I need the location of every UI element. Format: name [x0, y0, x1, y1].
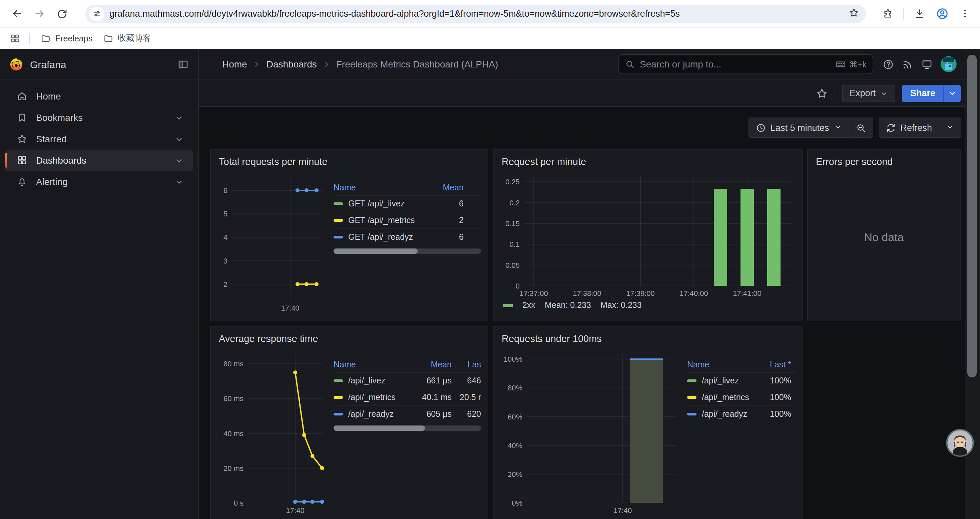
legend-table: Name Last * /api/_livez 100% /api/_metri…	[687, 357, 795, 422]
panel-title[interactable]: Request per minute	[500, 155, 795, 171]
legend-series-label[interactable]: 2xx	[522, 300, 535, 310]
panel-title[interactable]: Errors per second	[815, 155, 953, 171]
user-avatar[interactable]	[941, 56, 957, 72]
column-header-name[interactable]: Name	[334, 360, 410, 369]
grafana-logo[interactable]	[10, 57, 23, 71]
profile-avatar-icon[interactable]	[932, 2, 952, 25]
panel-request-per-minute: Request per minute 00.050.10.150.20.2517…	[493, 149, 803, 321]
sidebar-item-dashboards[interactable]: Dashboards	[5, 150, 193, 171]
series-swatch-yellow	[687, 396, 697, 399]
browser-menu-icon[interactable]	[955, 2, 975, 25]
legend-row-livez[interactable]: /api/_livez 661 µs 646	[334, 372, 481, 389]
bookmarks-divider	[29, 33, 30, 44]
refresh-interval-button[interactable]	[939, 118, 961, 137]
legend-mean: Mean: 0.233	[545, 300, 591, 310]
panel-title[interactable]: Requests under 100ms	[500, 332, 795, 348]
dock-sidebar-icon[interactable]	[177, 58, 189, 70]
column-header-mean[interactable]: Mean	[441, 183, 481, 192]
avg-response-chart[interactable]: 80 ms60 ms40 ms20 ms0 s17:40	[218, 348, 328, 515]
folder-icon	[41, 34, 51, 43]
chevron-right-icon	[323, 61, 330, 68]
chevron-down-icon[interactable]	[175, 177, 183, 186]
bell-icon	[17, 176, 27, 187]
sidebar-item-label: Alerting	[36, 176, 175, 187]
bookmark-folder-freeleaps[interactable]: Freeleaps	[35, 31, 98, 45]
legend-row-metrics[interactable]: /api/_metrics 40.1 ms 20.5 r	[334, 389, 481, 406]
export-button[interactable]: Export	[842, 85, 896, 102]
sidebar-item-starred[interactable]: Starred	[5, 128, 193, 150]
back-button[interactable]	[5, 2, 28, 25]
column-header-last[interactable]: Last *	[760, 360, 795, 369]
downloads-icon[interactable]	[909, 2, 929, 25]
assistant-avatar[interactable]	[947, 430, 973, 455]
svg-text:40%: 40%	[508, 442, 522, 450]
news-rss-icon[interactable]	[902, 58, 913, 70]
legend-row-metrics[interactable]: /api/_metrics 100%	[687, 389, 795, 406]
column-header-mean[interactable]: Mean	[410, 360, 452, 369]
under-100ms-chart[interactable]: 100%80%60%40%20%0%17:40	[500, 348, 682, 515]
apps-grid-icon[interactable]	[5, 30, 24, 46]
zoom-out-icon	[856, 123, 865, 133]
reload-button[interactable]	[51, 2, 73, 25]
forward-button[interactable]	[28, 2, 51, 25]
folder-icon	[103, 34, 113, 43]
panel-requests-under-100ms: Requests under 100ms 100%80%60%40%20%0%1…	[493, 326, 803, 519]
legend-scrollbar[interactable]	[334, 249, 481, 254]
sidebar-item-home[interactable]: Home	[5, 86, 193, 107]
home-icon	[17, 91, 27, 102]
column-header-name[interactable]: Name	[687, 360, 760, 369]
legend-row-readyz[interactable]: /api/_readyz 100%	[687, 406, 795, 422]
legend-row-livez[interactable]: /api/_livez 100%	[687, 372, 795, 389]
toolbar-divider	[835, 86, 835, 101]
legend-row-metrics[interactable]: GET /api/_metrics 2	[334, 212, 481, 228]
panel-total-requests: Total requests per minute 6543217:40 Nam…	[210, 149, 488, 321]
column-header-last[interactable]: Las	[452, 360, 481, 369]
bookmark-star-icon[interactable]	[849, 7, 859, 21]
legend-scrollbar-thumb[interactable]	[334, 249, 418, 254]
grafana-nav-left: Grafana	[0, 49, 199, 80]
sidebar: Home Bookmarks Starred Dashboards Alerti…	[0, 80, 199, 519]
bookmark-icon	[17, 112, 27, 123]
extensions-icon[interactable]	[878, 2, 898, 25]
sidebar-item-alerting[interactable]: Alerting	[5, 171, 193, 192]
search-input[interactable]	[640, 59, 835, 69]
refresh-button[interactable]: Refresh	[879, 118, 939, 137]
favorite-star-icon[interactable]	[816, 87, 828, 99]
keyboard-icon	[835, 59, 846, 69]
column-header-name[interactable]: Name	[334, 183, 441, 192]
url-text[interactable]: grafana.mathmast.com/d/deytv4rwavabkb/fr…	[110, 9, 843, 19]
site-settings-icon[interactable]	[89, 6, 104, 21]
total-requests-chart[interactable]: 6543217:40	[218, 171, 328, 313]
legend-row-readyz[interactable]: GET /api/_readyz 6	[334, 228, 481, 245]
monitor-icon[interactable]	[921, 58, 932, 70]
request-per-minute-chart[interactable]: 00.050.10.150.20.2517:37:0017:38:0017:39…	[500, 171, 797, 298]
panel-title[interactable]: Total requests per minute	[218, 155, 481, 171]
svg-text:4: 4	[223, 233, 228, 241]
legend-scrollbar-thumb[interactable]	[334, 425, 425, 431]
bookmark-folder-blogs[interactable]: 收藏博客	[98, 31, 156, 46]
help-icon[interactable]	[883, 58, 894, 70]
breadcrumb: Home Dashboards Freeleaps Metrics Dashbo…	[222, 59, 498, 69]
zoom-out-time-button[interactable]	[848, 118, 872, 137]
breadcrumb-home[interactable]: Home	[222, 59, 247, 69]
chevron-down-icon[interactable]	[175, 134, 183, 143]
time-range-picker[interactable]: Last 5 minutes	[749, 118, 849, 137]
page-scrollbar-thumb[interactable]	[967, 55, 977, 377]
chevron-down-icon[interactable]	[175, 156, 183, 164]
series-swatch-green	[334, 379, 343, 382]
legend-row-readyz[interactable]: /api/_readyz 605 µs 620	[334, 406, 481, 422]
legend-row-livez[interactable]: GET /api/_livez 6	[334, 195, 481, 212]
search-icon	[625, 59, 635, 69]
panel-title[interactable]: Average response time	[218, 332, 481, 348]
sidebar-item-bookmarks[interactable]: Bookmarks	[5, 107, 193, 128]
share-menu-button[interactable]	[943, 85, 961, 102]
legend-scrollbar[interactable]	[334, 425, 481, 431]
search-box[interactable]: ⌘+k	[619, 54, 873, 74]
series-swatch-blue	[334, 413, 343, 415]
chart-legend[interactable]: 2xx Mean: 0.233 Max: 0.233	[500, 300, 795, 310]
share-button[interactable]: Share	[902, 85, 943, 102]
url-bar[interactable]: grafana.mathmast.com/d/deytv4rwavabkb/fr…	[85, 4, 866, 23]
grafana-top-nav: Grafana Home Dashboards Freeleaps Metric…	[0, 49, 965, 80]
breadcrumb-dashboards[interactable]: Dashboards	[267, 59, 317, 69]
chevron-down-icon[interactable]	[175, 113, 183, 122]
